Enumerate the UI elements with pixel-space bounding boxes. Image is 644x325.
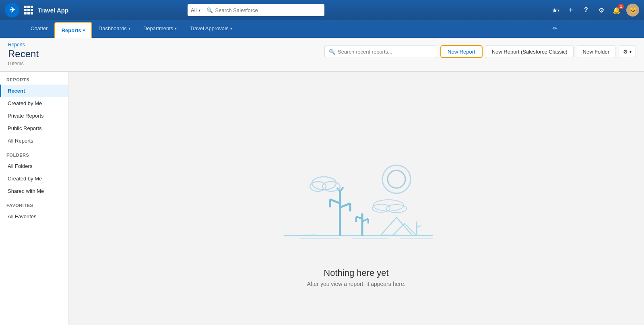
search-scope-chevron-icon: ▾	[198, 8, 200, 12]
sidebar-item-private-reports[interactable]: Private Reports	[0, 110, 68, 122]
sidebar-item-public-reports[interactable]: Public Reports	[0, 122, 68, 135]
dashboards-label: Dashboards	[99, 25, 127, 31]
avatar-icon: 🐱	[630, 7, 636, 13]
sidebar-item-created-by-me[interactable]: Created by Me	[0, 97, 68, 110]
nav-item-dashboards[interactable]: Dashboards ▾	[92, 20, 137, 38]
global-search-bar: All ▾ 🔍	[188, 4, 324, 16]
empty-state-title: Nothing here yet	[324, 268, 388, 278]
reports-section-label: REPORTS	[0, 72, 68, 85]
nav-edit-button[interactable]: ✏	[546, 20, 564, 38]
pencil-icon: ✏	[553, 25, 557, 31]
new-report-classic-button[interactable]: New Report (Salesforce Classic)	[486, 45, 574, 58]
search-icon: 🔍	[204, 7, 215, 13]
nav-item-chatter[interactable]: Chatter	[24, 20, 54, 38]
gear-icon: ⚙	[599, 6, 604, 14]
page-header: Reports Recent 0 items 🔍 New Report New …	[0, 38, 644, 72]
search-scope-label: All	[191, 7, 196, 13]
page-header-left: Reports Recent 0 items	[8, 42, 39, 66]
content-area: Nothing here yet After you view a report…	[68, 72, 644, 325]
app-name: Travel App	[38, 7, 68, 14]
breadcrumb[interactable]: Reports	[8, 42, 39, 48]
departments-chevron-icon: ▾	[175, 26, 177, 31]
new-report-button[interactable]: New Report	[440, 45, 483, 58]
chatter-label: Chatter	[31, 25, 48, 31]
logo-icon: ✈	[9, 6, 15, 14]
sidebar-item-all-reports[interactable]: All Reports	[0, 135, 68, 147]
settings-dropdown-button[interactable]: ⚙ ▾	[619, 45, 636, 58]
search-recent-icon: 🔍	[329, 49, 335, 55]
sidebar-item-all-folders[interactable]: All Folders	[0, 160, 68, 172]
desert-illustration	[260, 143, 453, 256]
svg-point-19	[322, 182, 340, 191]
favorites-chevron-icon: ▾	[557, 8, 559, 12]
svg-line-6	[340, 203, 350, 207]
dashboards-chevron-icon: ▾	[128, 26, 130, 31]
page-header-actions: 🔍 New Report New Report (Salesforce Clas…	[324, 45, 636, 58]
departments-label: Departments	[143, 25, 173, 31]
svg-point-22	[386, 205, 407, 213]
svg-point-20	[373, 200, 404, 211]
empty-state: Nothing here yet After you view a report…	[244, 127, 469, 303]
settings-chevron-icon: ▾	[630, 50, 632, 54]
app-navigation: Chatter Reports ▾ Dashboards ▾ Departmen…	[0, 20, 644, 38]
reports-label: Reports	[62, 27, 81, 33]
search-recent-input[interactable]	[338, 49, 426, 55]
empty-state-subtitle: After you view a report, it appears here…	[307, 281, 405, 287]
top-navigation: ✈ Travel App All ▾ 🔍 ★ ▾ + ? ⚙ 🔔	[0, 0, 644, 20]
notifications-button[interactable]: 🔔 1	[611, 4, 622, 16]
gear-settings-icon: ⚙	[623, 49, 628, 55]
sidebar-item-all-favorites[interactable]: All Favorites	[0, 210, 68, 223]
search-scope-dropdown[interactable]: All ▾	[191, 7, 204, 13]
svg-point-15	[382, 165, 411, 193]
sidebar-item-shared-with-me[interactable]: Shared with Me	[0, 185, 68, 197]
search-recent-bar: 🔍	[324, 45, 437, 58]
question-icon: ?	[584, 6, 588, 14]
favorites-section-label: FAVORITES	[0, 197, 68, 210]
new-folder-button[interactable]: New Folder	[577, 45, 615, 58]
plus-icon: +	[568, 6, 573, 15]
nav-right-actions: ★ ▾ + ? ⚙ 🔔 1 🐱	[550, 4, 639, 17]
nav-item-travel-approvals[interactable]: Travel Approvals ▾	[183, 20, 238, 38]
svg-point-18	[310, 182, 326, 191]
help-button[interactable]: ?	[580, 4, 592, 16]
nav-item-departments[interactable]: Departments ▾	[137, 20, 183, 38]
app-launcher-icon[interactable]	[24, 6, 33, 14]
global-search-input[interactable]	[215, 7, 304, 13]
main-layout: REPORTS Recent Created by Me Private Rep…	[0, 72, 644, 325]
sidebar: REPORTS Recent Created by Me Private Rep…	[0, 72, 68, 325]
svg-line-9	[340, 187, 343, 191]
app-logo[interactable]: ✈	[5, 3, 19, 17]
page-title: Recent	[8, 48, 39, 60]
favorites-button[interactable]: ★ ▾	[550, 4, 561, 16]
sidebar-item-recent[interactable]: Recent	[0, 85, 68, 97]
svg-line-4	[330, 199, 340, 203]
page-subtitle: 0 items	[8, 61, 39, 66]
svg-point-16	[388, 170, 405, 188]
nav-item-reports[interactable]: Reports ▾	[54, 22, 92, 38]
reports-chevron-icon: ▾	[83, 28, 85, 33]
sidebar-item-folders-created-by-me[interactable]: Created by Me	[0, 172, 68, 185]
add-button[interactable]: +	[565, 4, 576, 16]
travel-approvals-label: Travel Approvals	[190, 25, 228, 31]
notification-badge: 1	[618, 4, 624, 9]
user-avatar[interactable]: 🐱	[626, 4, 639, 17]
folders-section-label: FOLDERS	[0, 147, 68, 160]
star-icon: ★	[552, 6, 557, 14]
travel-approvals-chevron-icon: ▾	[230, 26, 232, 31]
setup-button[interactable]: ⚙	[596, 4, 607, 16]
